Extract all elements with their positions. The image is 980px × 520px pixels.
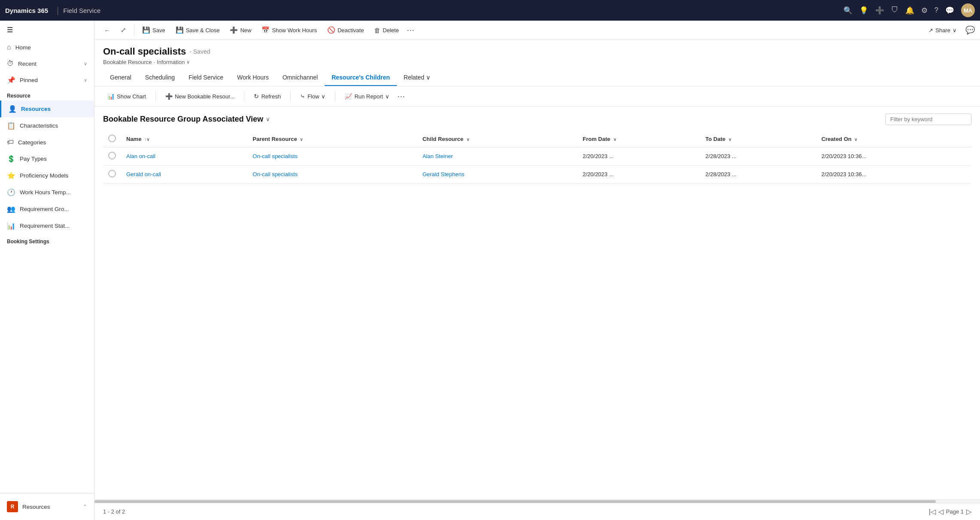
run-report-button[interactable]: 📈 Run Report ∨ [341,91,393,102]
record-title-text: On-call specialists [103,46,186,57]
tab-general[interactable]: General [103,70,138,86]
run-report-label: Run Report [354,93,383,100]
filter-input[interactable] [886,113,971,125]
lightbulb-icon[interactable]: 💡 [859,6,868,15]
sidebar-item-resources[interactable]: 👤 Resources [0,101,94,117]
cell-name[interactable]: Alan on-call [121,147,247,165]
tab-scheduling[interactable]: Scheduling [138,70,182,86]
next-page-button[interactable]: ▷ [966,508,971,516]
col-from-date[interactable]: From Date ∨ [578,131,700,147]
flow-button[interactable]: ⤷ Flow ∨ [296,91,330,102]
cell-from-date: 2/20/2023 ... [578,147,700,165]
toolbar-separator [134,24,134,36]
tab-resources-children[interactable]: Resource's Children [325,70,397,86]
share-button[interactable]: ↗ Share ∨ [924,25,961,36]
delete-button[interactable]: 🗑 Delete [370,24,403,36]
view-title: Bookable Resource Group Associated View [103,115,263,124]
toolbar-chat-icon[interactable]: 💬 [965,25,975,35]
breadcrumb[interactable]: Bookable Resource · Information ∨ [103,59,971,65]
hamburger-button[interactable]: ☰ [0,21,94,39]
view-header: Bookable Resource Group Associated View … [103,113,971,125]
characteristics-icon: 📋 [7,122,15,130]
record-count: 1 - 2 of 2 [103,508,125,515]
tab-work-hours[interactable]: Work Hours [230,70,276,86]
sidebar-item-label: Pinned [20,77,38,83]
col-name[interactable]: Name ↑∨ [121,131,247,147]
row-checkbox[interactable] [108,170,116,177]
back-button[interactable]: ← [100,24,115,36]
save-close-label: Save & Close [186,27,220,34]
deactivate-button[interactable]: 🚫 Deactivate [323,24,368,36]
prev-page-button[interactable]: ◁ [938,508,943,516]
save-button[interactable]: 💾 Save [138,24,170,36]
table-row: Alan on-call On-call specialists Alan St… [103,147,971,165]
cell-parent-resource[interactable]: On-call specialists [247,165,417,184]
popout-button[interactable]: ⤢ [116,24,131,36]
horizontal-scrollbar[interactable] [94,499,980,503]
chat-icon[interactable]: 💬 [945,6,954,15]
sub-more-button[interactable]: ⋯ [397,92,405,101]
col-child-resource[interactable]: Child Resource ∨ [417,131,578,147]
sidebar-item-characteristics[interactable]: 📋 Characteristics [0,117,94,134]
new-button[interactable]: ➕ New [225,24,256,36]
help-icon[interactable]: ? [934,6,938,15]
user-avatar[interactable]: MA [961,3,975,17]
tab-related[interactable]: Related ∨ [397,70,437,86]
deactivate-label: Deactivate [338,27,364,34]
sidebar-item-label: Proficiency Models [20,172,68,179]
first-page-button[interactable]: |◁ [929,508,936,516]
flow-icon: ⤷ [300,93,305,100]
col-created-on[interactable]: Created On ∨ [816,131,971,147]
report-icon: 📈 [345,93,352,100]
nav-divider: | [57,6,59,15]
bottom-item-label: Resources [22,504,50,510]
row-checkbox-cell[interactable] [103,165,121,184]
content-area: ← ⤢ 💾 Save 💾 Save & Close ➕ New 📅 Show W… [94,21,980,520]
sort-icon: ∨ [854,137,857,142]
show-chart-button[interactable]: 📊 Show Chart [103,91,150,102]
settings-icon[interactable]: ⚙ [921,6,928,15]
sidebar-item-work-hours-template[interactable]: 🕐 Work Hours Temp... [0,184,94,201]
share-chevron-icon: ∨ [953,27,957,34]
table-area: Bookable Resource Group Associated View … [94,107,980,499]
sidebar-item-requirement-gro[interactable]: 👥 Requirement Gro... [0,201,94,217]
bell-icon[interactable]: 🔔 [905,6,914,15]
select-all-checkbox[interactable] [103,131,121,147]
sidebar-item-proficiency-models[interactable]: ⭐ Proficiency Models [0,167,94,184]
sidebar-item-categories[interactable]: 🏷 Categories [0,134,94,150]
row-checkbox[interactable] [108,152,116,159]
sidebar-item-home[interactable]: ⌂ Home [0,39,94,55]
requirement-gro-icon: 👥 [7,205,15,213]
save-close-button[interactable]: 💾 Save & Close [171,24,224,36]
sidebar-item-pay-types[interactable]: 💲 Pay Types [0,150,94,167]
sidebar-item-pinned[interactable]: 📌 Pinned ∨ [0,72,94,89]
resource-section-label: Resource [0,89,94,101]
cell-parent-resource[interactable]: On-call specialists [247,147,417,165]
show-work-hours-label: Show Work Hours [272,27,317,34]
row-checkbox-cell[interactable] [103,147,121,165]
col-to-date[interactable]: To Date ∨ [700,131,816,147]
search-icon[interactable]: 🔍 [843,6,852,15]
toolbar-more-button[interactable]: ⋯ [407,25,414,35]
home-icon: ⌂ [7,43,11,51]
col-parent-resource[interactable]: Parent Resource ∨ [247,131,417,147]
sidebar-item-requirement-stat[interactable]: 📊 Requirement Stat... [0,217,94,234]
sidebar-item-recent[interactable]: ⏱ Recent ∨ [0,55,94,72]
resources-icon: 👤 [8,105,17,113]
cell-name[interactable]: Gerald on-call [121,165,247,184]
tab-omnichannel[interactable]: Omnichannel [276,70,325,86]
tab-field-service[interactable]: Field Service [182,70,230,86]
new-bookable-button[interactable]: ➕ New Bookable Resour... [161,91,239,102]
scroll-thumb[interactable] [94,500,936,503]
cell-child-resource[interactable]: Gerald Stephens [417,165,578,184]
filter-icon[interactable]: ⛉ [891,6,898,15]
sidebar-bottom-resources[interactable]: R Resources ⌃ [0,497,94,517]
show-chart-label: Show Chart [117,93,146,100]
breadcrumb-view: Information [157,59,185,65]
checkbox[interactable] [108,135,116,142]
show-work-hours-button[interactable]: 📅 Show Work Hours [257,24,321,36]
add-icon[interactable]: ➕ [875,6,884,15]
view-chevron-icon[interactable]: ∨ [266,116,270,122]
cell-child-resource[interactable]: Alan Steiner [417,147,578,165]
refresh-button[interactable]: ↻ Refresh [250,91,285,102]
